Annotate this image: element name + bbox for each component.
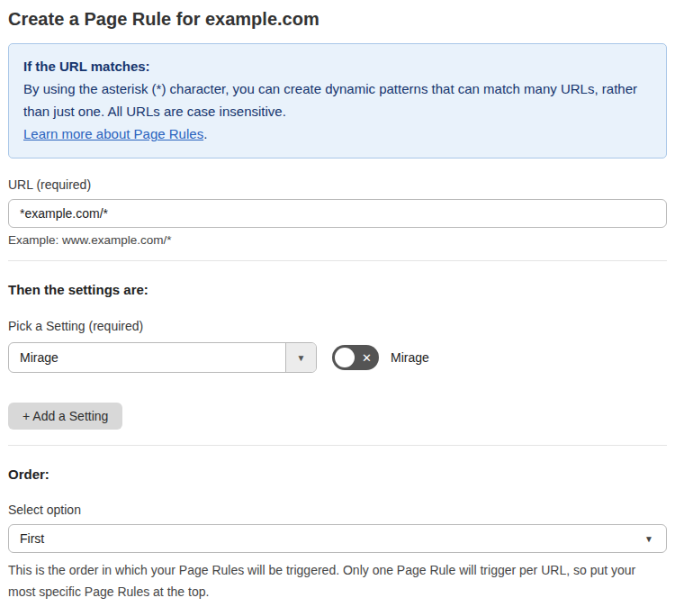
add-setting-button[interactable]: + Add a Setting — [8, 403, 122, 430]
url-matches-info-box: If the URL matches: By using the asteris… — [8, 43, 667, 159]
info-box-heading: If the URL matches: — [23, 55, 652, 77]
url-helper-text: Example: www.example.com/* — [8, 233, 667, 247]
mirage-toggle[interactable]: ✕ — [332, 345, 379, 370]
info-box-link-row: Learn more about Page Rules. — [23, 122, 652, 145]
setting-select-value: Mirage — [9, 343, 285, 372]
order-helper-text: This is the order in which your Page Rul… — [8, 559, 656, 602]
divider — [8, 445, 667, 446]
setting-select[interactable]: Mirage ▼ — [8, 342, 317, 373]
link-suffix: . — [203, 126, 207, 141]
divider — [8, 260, 667, 261]
chevron-down-icon: ▼ — [644, 534, 653, 544]
pick-setting-label: Pick a Setting (required) — [8, 319, 667, 333]
learn-more-link[interactable]: Learn more about Page Rules — [23, 126, 203, 141]
toggle-off-x-icon: ✕ — [362, 352, 372, 364]
toggle-knob — [335, 348, 355, 367]
order-select[interactable]: First ▼ — [8, 524, 667, 553]
chevron-down-icon: ▼ — [297, 353, 306, 363]
settings-section-heading: Then the settings are: — [8, 282, 667, 297]
order-select-value: First — [20, 531, 644, 546]
page-title: Create a Page Rule for example.com — [8, 9, 667, 30]
setting-row: Mirage ▼ ✕ Mirage — [8, 342, 667, 373]
url-field-label: URL (required) — [8, 177, 667, 192]
toggle-label: Mirage — [391, 350, 429, 365]
info-box-body: By using the asterisk (*) character, you… — [23, 77, 652, 122]
setting-select-arrow-button[interactable]: ▼ — [285, 343, 316, 372]
order-section-heading: Order: — [8, 467, 667, 482]
select-option-label: Select option — [8, 503, 667, 517]
url-input[interactable] — [8, 199, 667, 228]
